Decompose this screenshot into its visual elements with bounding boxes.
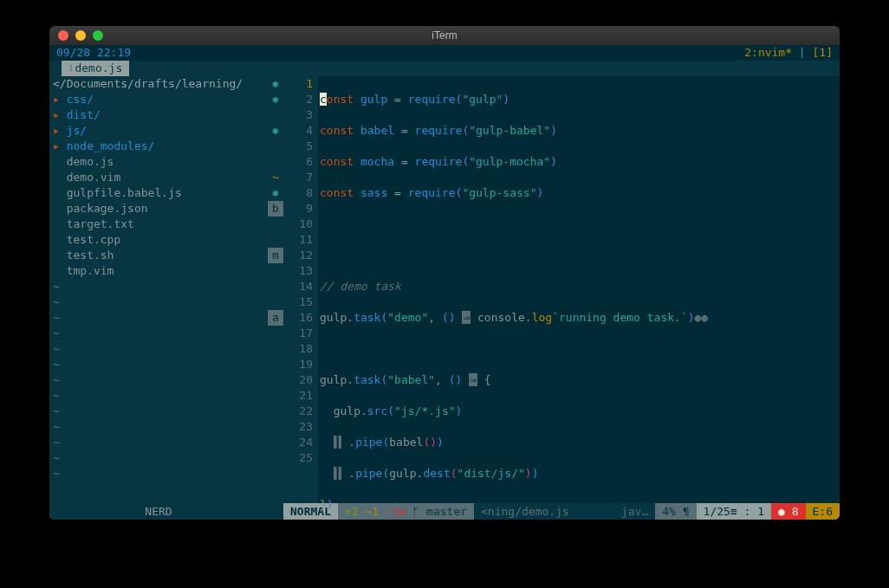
tree-folder[interactable]: ▸ dist/	[49, 107, 268, 123]
tree-folder[interactable]: ▸ css/	[49, 92, 268, 107]
session-name: 2:nvim*	[744, 46, 792, 59]
tree-file[interactable]: test.cpp	[49, 232, 268, 248]
code-line: gulp.src("js/*.js")	[320, 404, 840, 419]
tab-name: demo.js	[75, 61, 122, 76]
code-line	[320, 248, 840, 263]
empty-line: ~	[49, 450, 268, 466]
session-count: [1]	[813, 46, 833, 59]
code-line: })	[320, 497, 840, 513]
code-line	[320, 216, 840, 232]
tree-file[interactable]: test.sh	[49, 248, 268, 263]
line-numbers: 1 2 3 4 5 6 7 8 9 10 11 12 13 14 15 16 1…	[283, 76, 318, 503]
code-line: ┃ .pipe(babel())	[320, 435, 840, 450]
code-line: gulp.task("babel", () ⇒ {	[320, 372, 840, 388]
code-line: const gulp = require("gulp")	[320, 92, 840, 107]
datetime: 09/28 22:19	[56, 45, 131, 61]
tree-file[interactable]: demo.js	[49, 154, 268, 170]
code-line: const mocha = require("gulp-mocha")	[320, 154, 840, 170]
empty-line: ~	[49, 341, 268, 357]
empty-line: ~	[49, 419, 268, 435]
empty-line: ~	[49, 466, 268, 481]
window-title: iTerm	[49, 29, 840, 42]
tab-index: 1	[68, 61, 73, 76]
titlebar[interactable]: iTerm	[49, 26, 840, 45]
code-line: const sass = require("gulp-sass")	[320, 185, 840, 201]
empty-line: ~	[49, 326, 268, 341]
empty-line: ~	[49, 404, 268, 419]
code-line: const babel = require("gulp-babel")	[320, 123, 840, 139]
tree-root[interactable]: </Documents/drafts/learning/	[49, 76, 268, 92]
empty-line: ~	[49, 279, 268, 294]
terminal-window: iTerm 09/28 22:19 2:nvim* | [1] 1demo.js…	[49, 26, 840, 520]
tree-file[interactable]: target.txt	[49, 216, 268, 232]
empty-line: ~	[49, 435, 268, 450]
tree-folder[interactable]: ▸ js/	[49, 123, 268, 139]
code-line: gulp.task("demo", () ⇒ console.log`runni…	[320, 310, 840, 326]
tree-file[interactable]: gulpfile.babel.js	[49, 185, 268, 201]
code-line: // demo task	[320, 279, 840, 294]
code-editor[interactable]: const gulp = require("gulp") const babel…	[318, 76, 840, 503]
tmux-statusbar: 09/28 22:19 2:nvim* | [1]	[49, 45, 840, 61]
empty-line: ~	[49, 294, 268, 310]
code-line: ┃ .pipe(gulp.dest("dist/js/"))	[320, 466, 840, 481]
sign-column: ✱ ✱ ✱ ~ ✱ b m a	[268, 76, 283, 503]
empty-line: ~	[49, 357, 268, 372]
code-line	[320, 341, 840, 357]
nerdtree-sidebar[interactable]: </Documents/drafts/learning/ ▸ css/ ▸ di…	[49, 76, 268, 503]
tree-file[interactable]: package.json	[49, 201, 268, 216]
empty-line: ~	[49, 310, 268, 326]
status-nerd: NERD	[49, 503, 268, 520]
empty-line: ~	[49, 388, 268, 404]
tab-demo-js[interactable]: 1demo.js	[62, 61, 129, 76]
separator: |	[799, 46, 813, 59]
tabbar: 1demo.js	[49, 61, 840, 76]
editor-main: </Documents/drafts/learning/ ▸ css/ ▸ di…	[49, 76, 840, 503]
tree-file[interactable]: demo.vim	[49, 170, 268, 185]
tree-folder[interactable]: ▸ node_modules/	[49, 139, 268, 154]
tree-file[interactable]: tmp.vim	[49, 263, 268, 279]
empty-line: ~	[49, 372, 268, 388]
